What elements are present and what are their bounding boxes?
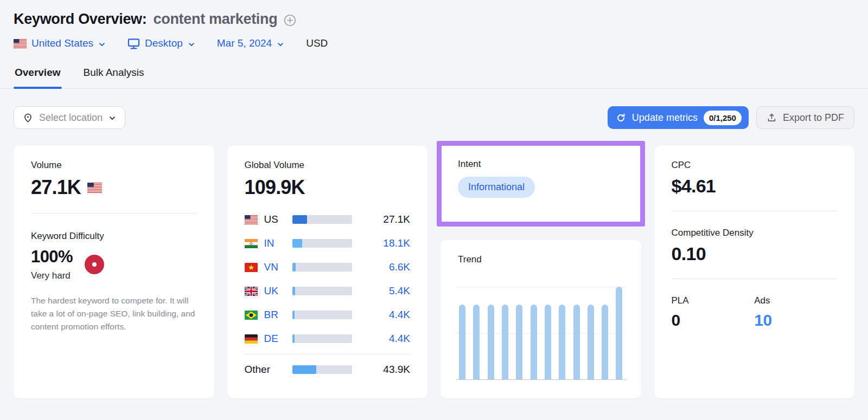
trend-bar [573,305,580,380]
country-code[interactable]: BR [264,309,292,321]
metrics-grid: Volume 27.1K Keyword Difficulty 100% Ver… [14,146,854,398]
trend-card: Trend [441,240,641,398]
volume-share-bar [292,215,352,224]
divider [672,279,838,279]
global-volume-row: DE4.4K [245,327,411,351]
device-filter-label: Desktop [145,37,183,49]
ads-value[interactable]: 10 [754,311,837,329]
country-code[interactable]: VN [264,261,292,273]
chevron-down-icon [277,41,284,48]
volume-value: 27.1K [31,176,81,199]
ads-label: Ads [754,295,837,306]
trend-bar [545,305,551,380]
volume-share-bar [292,365,352,374]
keyword-difficulty-value: 100% [31,247,73,267]
global-volume-rows: US27.1KIN18.1KVN6.6KUK5.4KBR4.4KDE4.4KOt… [245,208,411,382]
keyword-difficulty-label: Keyword Difficulty [31,231,197,242]
global-volume-value: 109.9K [245,176,411,199]
page-header: Keyword Overview: content marketing [14,11,854,28]
volume-share-bar [292,263,352,272]
location-pin-icon [23,113,33,123]
divider [31,213,197,214]
update-metrics-button[interactable]: Update metrics 0/1,250 [608,106,749,129]
pla-value: 0 [672,311,755,329]
global-volume-row: VN6.6K [245,255,411,279]
country-volume-value: 27.1K [352,214,411,225]
country-volume-value[interactable]: 5.4K [352,285,411,297]
volume-label: Volume [31,160,197,171]
competitive-density-label: Competitive Density [672,228,838,238]
intent-label: Intent [458,159,624,170]
intent-trend-column: Intent Informational Trend [441,146,641,398]
us-flag-icon [14,39,27,48]
tab-overview[interactable]: Overview [14,64,62,88]
trend-bar [459,305,465,380]
keyword-difficulty-level: Very hard [31,270,73,281]
volume-value-row: 27.1K [31,176,197,199]
pla-ads-row: PLA 0 Ads 10 [672,295,838,329]
trend-bar [502,305,508,380]
global-volume-row: Other43.9K [245,358,411,382]
volume-difficulty-card: Volume 27.1K Keyword Difficulty 100% Ver… [14,146,214,398]
location-filter[interactable]: United States [14,37,106,49]
export-pdf-label: Export to PDF [783,112,844,124]
export-pdf-button[interactable]: Export to PDF [756,106,854,129]
country-volume-value[interactable]: 4.4K [352,333,411,345]
country-code: US [264,214,292,225]
select-location-button[interactable]: Select location [14,106,125,129]
competitive-density-value: 0.10 [672,243,838,264]
tab-bar: Overview Bulk Analysis [0,64,868,89]
chevron-down-icon [108,114,116,122]
keyword-overview-page: Keyword Overview: content marketing Unit… [0,0,868,398]
keyword-difficulty-row: 100% Very hard [31,247,197,281]
keyword-difficulty-description: The hardest keyword to compete for. It w… [31,294,197,333]
country-volume-value: 43.9K [352,364,411,376]
global-volume-row: BR4.4K [245,303,411,327]
trend-bar [488,305,494,380]
trend-bar [473,305,480,380]
global-volume-row: UK5.4K [245,279,411,303]
global-volume-card: Global Volume 109.9K US27.1KIN18.1KVN6.6… [227,146,428,398]
add-keyword-icon[interactable] [284,14,296,27]
country-code[interactable]: DE [264,333,292,345]
intent-badge[interactable]: Informational [458,177,535,198]
trend-bar [559,305,565,380]
refresh-icon [616,113,626,123]
volume-share-bar [292,311,352,319]
country-volume-value[interactable]: 6.6K [352,261,411,273]
de-flag-icon [245,334,258,344]
country-code[interactable]: UK [264,285,292,297]
global-volume-row: US27.1K [245,208,411,231]
trend-bar [588,305,594,380]
trend-bar [602,305,608,380]
country-code[interactable]: IN [264,237,292,249]
us-flag-icon [87,183,102,193]
volume-share-bar [292,334,352,343]
country-volume-value[interactable]: 18.1K [352,237,411,249]
other-countries-label: Other [245,364,292,376]
update-metrics-label: Update metrics [632,112,698,124]
location-filter-label: United States [31,37,93,49]
country-volume-value[interactable]: 4.4K [352,309,411,321]
page-title: Keyword Overview: [14,11,147,28]
trend-bar [516,305,522,380]
pla-label: PLA [672,295,755,306]
quota-badge: 0/1,250 [704,111,742,125]
us-flag-icon [245,215,258,224]
export-icon [767,113,777,123]
trend-chart [458,287,624,380]
date-filter[interactable]: Mar 5, 2024 [217,37,284,49]
trend-bars [459,287,623,379]
volume-share-bar [292,239,352,248]
currency-label: USD [306,37,328,49]
in-flag-icon [245,239,258,248]
chevron-down-icon [188,41,195,48]
toolbar: Select location Update metrics 0/1,250 E… [14,106,854,129]
cpc-card: CPC $4.61 Competitive Density 0.10 PLA 0… [654,146,855,398]
select-location-label: Select location [39,112,103,124]
desktop-icon [127,38,140,49]
tab-bulk-analysis[interactable]: Bulk Analysis [82,64,145,88]
device-filter[interactable]: Desktop [127,37,195,49]
br-flag-icon [245,311,258,320]
chart-baseline [456,379,626,380]
